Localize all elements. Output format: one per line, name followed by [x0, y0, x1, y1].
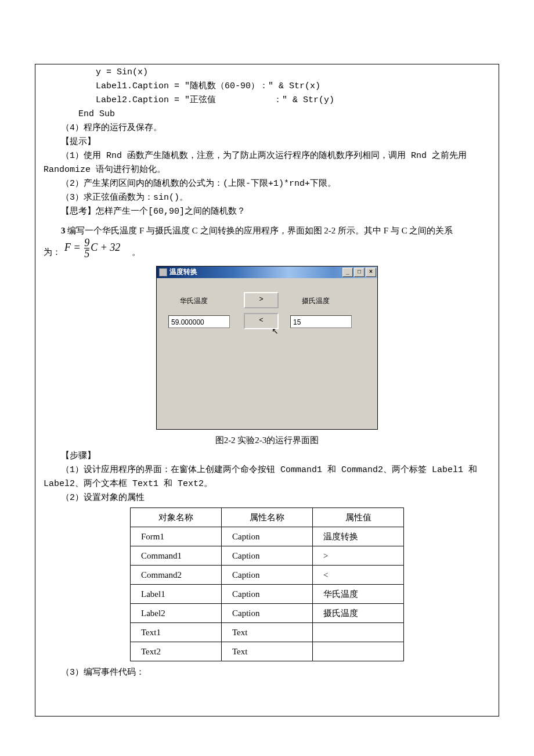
- cell: 华氏温度: [313, 585, 404, 604]
- step-1: （1）设计应用程序的界面：在窗体上创建两个命令按钮 Command1 和 Com…: [44, 463, 490, 491]
- cell: Text: [222, 623, 313, 642]
- code-line: y = Sin(x): [44, 66, 490, 80]
- fahrenheit-textbox[interactable]: 59.000000: [168, 315, 230, 328]
- cell: Form1: [131, 527, 222, 546]
- table-row: Text1Text: [131, 623, 404, 642]
- cell: Caption: [222, 546, 313, 566]
- exercise-3-text: 编写一个华氏温度 F 与摄氏温度 C 之间转换的应用程序，界面如图 2-2 所示…: [66, 226, 453, 235]
- code-line: Label2.Caption = "正弦值 ：" & Str(y): [44, 93, 490, 107]
- step-3: （3）编写事件代码：: [44, 666, 490, 680]
- exercise-number: 3: [61, 226, 66, 235]
- cell: >: [313, 546, 404, 566]
- think-question: 【思考】怎样产生一个[60,90]之间的随机数？: [44, 205, 490, 219]
- cell: Text1: [131, 623, 222, 642]
- formula-eq: =: [71, 242, 83, 253]
- steps-heading: 【步骤】: [44, 449, 490, 463]
- cell: Caption: [222, 604, 313, 623]
- cell: <: [313, 566, 404, 585]
- formula-suffix: 。: [132, 245, 140, 259]
- formula-prefix: 为：: [44, 245, 61, 259]
- cell: Label2: [131, 604, 222, 623]
- th-object: 对象名称: [131, 508, 222, 527]
- close-button[interactable]: ×: [366, 268, 376, 277]
- hint-2: （2）产生某闭区间内的随机数的公式为：(上限-下限+1)*rnd+下限。: [44, 177, 490, 191]
- celsius-textbox[interactable]: 15: [290, 315, 352, 328]
- table-row: Label2Caption摄氏温度: [131, 604, 404, 623]
- table-row: Command1Caption>: [131, 546, 404, 566]
- formula: F = 95C + 32: [64, 237, 120, 259]
- label-celsius: 摄氏温度: [302, 296, 330, 307]
- minimize-button[interactable]: _: [342, 268, 353, 277]
- fraction-numerator: 9: [84, 237, 89, 248]
- formula-lhs: F: [64, 242, 71, 253]
- th-prop: 属性名称: [222, 508, 313, 527]
- fraction-denominator: 5: [84, 248, 89, 259]
- formula-fraction: 95: [84, 237, 89, 259]
- cursor-icon: ↖: [272, 325, 279, 337]
- table-row: Form1Caption温度转换: [131, 527, 404, 546]
- vb-titlebar: 温度转换 _ □ ×: [157, 267, 377, 278]
- code-line: Label1.Caption = "随机数（60-90）：" & Str(x): [44, 80, 490, 93]
- code-end-sub: End Sub: [44, 107, 490, 121]
- table-row: Label1Caption华氏温度: [131, 585, 404, 604]
- step-2: （2）设置对象的属性: [44, 491, 490, 505]
- cell: Command1: [131, 546, 222, 566]
- table-row: Command2Caption<: [131, 566, 404, 585]
- window-title: 温度转换: [169, 267, 197, 278]
- formula-tail: + 32: [98, 242, 120, 253]
- cell: [313, 642, 404, 661]
- cell: Caption: [222, 527, 313, 546]
- cell: Caption: [222, 585, 313, 604]
- hint-1: （1）使用 Rnd 函数产生随机数，注意，为了防止两次运行程序的随机数序列相同，…: [44, 149, 490, 177]
- properties-table: 对象名称 属性名称 属性值 Form1Caption温度转换 Command1C…: [130, 507, 404, 661]
- cell: 摄氏温度: [313, 604, 404, 623]
- hint-heading: 【提示】: [44, 135, 490, 149]
- cell: Command2: [131, 566, 222, 585]
- cell: Text: [222, 642, 313, 661]
- cell: [313, 623, 404, 642]
- vb-window-screenshot: 温度转换 _ □ × 华氏温度 摄氏温度 > 59.000000 < 15 ↖: [156, 266, 378, 430]
- hint-3: （3）求正弦值函数为：sin()。: [44, 191, 490, 205]
- cell: Caption: [222, 566, 313, 585]
- table-row: Text2Text: [131, 642, 404, 661]
- th-value: 属性值: [313, 508, 404, 527]
- figure-caption: 图2-2 实验2-3的运行界面图: [44, 433, 490, 447]
- table-header-row: 对象名称 属性名称 属性值: [131, 508, 404, 527]
- exercise-3-lead: 3 编写一个华氏温度 F 与摄氏温度 C 之间转换的应用程序，界面如图 2-2 …: [44, 224, 490, 237]
- convert-right-button[interactable]: >: [244, 292, 279, 308]
- cell: Label1: [131, 585, 222, 604]
- formula-line: 为： F = 95C + 32 。: [44, 237, 490, 259]
- formula-c: C: [91, 242, 98, 253]
- cell: Text2: [131, 642, 222, 661]
- form-icon: [159, 268, 167, 276]
- cell: 温度转换: [313, 527, 404, 546]
- maximize-button[interactable]: □: [354, 268, 365, 277]
- step-4: （4）程序的运行及保存。: [44, 121, 490, 135]
- label-fahrenheit: 华氏温度: [180, 296, 208, 307]
